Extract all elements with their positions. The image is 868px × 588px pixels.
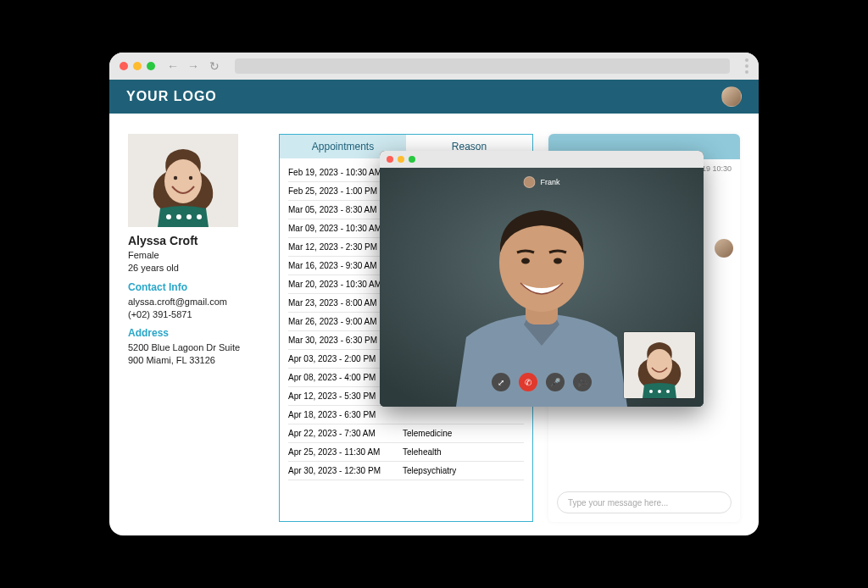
- svg-point-12: [521, 258, 530, 264]
- address-title: Address: [128, 327, 264, 339]
- forward-button[interactable]: →: [187, 59, 199, 73]
- patient-name: Alyssa Croft: [128, 234, 264, 247]
- overflow-menu-icon[interactable]: [745, 58, 748, 74]
- svg-point-18: [666, 390, 670, 393]
- svg-point-5: [176, 214, 181, 219]
- chat-timestamp: 19 10:30: [702, 164, 732, 173]
- patient-address-line1: 5200 Blue Lagoon Dr Suite: [128, 341, 264, 354]
- appointment-row[interactable]: Apr 22, 2023 - 7:30 AMTelemedicine: [288, 424, 524, 443]
- appointment-row[interactable]: Apr 30, 2023 - 12:30 PMTelepsychiatry: [288, 462, 524, 480]
- close-icon[interactable]: [387, 156, 393, 163]
- appointment-reason: Telehealth: [403, 448, 524, 457]
- minimize-icon[interactable]: [398, 156, 404, 163]
- svg-point-15: [647, 349, 672, 380]
- patient-gender: Female: [128, 249, 264, 262]
- app-header: YOUR LOGO: [109, 80, 759, 114]
- maximize-icon[interactable]: [409, 156, 415, 163]
- refresh-button[interactable]: ↻: [209, 59, 220, 73]
- expand-icon: ⤢: [498, 378, 504, 387]
- participant-name: Frank: [540, 178, 559, 186]
- appointment-reason: [403, 411, 524, 419]
- video-call-titlebar[interactable]: [380, 151, 704, 168]
- patient-phone: (+02) 391-5871: [128, 308, 264, 321]
- url-input[interactable]: [235, 58, 730, 74]
- svg-point-2: [174, 176, 177, 180]
- video-call-main: Frank ⤢ ✆ 🎤 🎥: [380, 168, 704, 407]
- camera-icon: 🎥: [577, 378, 587, 387]
- patient-email: alyssa.croft@gmail.com: [128, 296, 264, 308]
- video-call-participant-label: Frank: [523, 176, 559, 188]
- traffic-lights: [120, 62, 155, 70]
- patient-card: Alyssa Croft Female 26 years old Contact…: [128, 134, 264, 520]
- appointment-datetime: Apr 18, 2023 - 6:30 PM: [288, 411, 403, 419]
- svg-point-13: [554, 258, 562, 264]
- minimize-icon[interactable]: [133, 62, 142, 70]
- appointment-row[interactable]: Apr 18, 2023 - 6:30 PM: [288, 406, 524, 424]
- back-button[interactable]: ←: [167, 59, 179, 73]
- svg-point-3: [189, 176, 192, 180]
- nav-arrows: ← →: [167, 59, 199, 73]
- svg-point-16: [649, 390, 653, 393]
- camera-button[interactable]: 🎥: [573, 373, 592, 391]
- app-logo: YOUR LOGO: [126, 89, 217, 104]
- browser-chrome: ← → ↻: [109, 53, 759, 80]
- appointment-datetime: Apr 25, 2023 - 11:30 AM: [288, 448, 403, 457]
- patient-photo: [128, 134, 238, 227]
- appointment-datetime: Apr 22, 2023 - 7:30 AM: [288, 430, 403, 438]
- expand-button[interactable]: ⤢: [492, 373, 510, 391]
- chat-placeholder: Type your message here...: [568, 498, 668, 508]
- svg-point-6: [186, 214, 192, 219]
- appointment-datetime: Apr 30, 2023 - 12:30 PM: [288, 467, 403, 475]
- user-avatar[interactable]: [721, 86, 742, 107]
- hangup-button[interactable]: ✆: [519, 373, 537, 391]
- patient-address-line2: 900 Miami, FL 33126: [128, 354, 264, 367]
- video-call-window[interactable]: Frank ⤢ ✆ 🎤 🎥: [380, 151, 704, 407]
- svg-point-17: [658, 390, 661, 393]
- participant-avatar-icon: [523, 176, 535, 188]
- mic-icon: 🎤: [550, 378, 560, 387]
- chat-input[interactable]: Type your message here...: [557, 491, 732, 513]
- patient-age: 26 years old: [128, 262, 264, 275]
- svg-point-1: [164, 159, 202, 203]
- video-call-self-view[interactable]: [624, 332, 695, 398]
- mic-button[interactable]: 🎤: [546, 373, 565, 391]
- appointment-reason: Telepsychiatry: [403, 467, 524, 475]
- appointment-reason: Telemedicine: [403, 430, 524, 438]
- contact-info-title: Contact Info: [128, 281, 264, 293]
- phone-icon: ✆: [525, 378, 531, 387]
- svg-point-7: [197, 214, 202, 219]
- close-icon[interactable]: [120, 62, 128, 70]
- chat-participant-avatar[interactable]: [715, 239, 733, 258]
- svg-point-4: [166, 214, 171, 219]
- appointment-row[interactable]: Apr 25, 2023 - 11:30 AMTelehealth: [288, 443, 524, 462]
- maximize-icon[interactable]: [147, 62, 155, 70]
- video-call-controls: ⤢ ✆ 🎤 🎥: [492, 373, 592, 391]
